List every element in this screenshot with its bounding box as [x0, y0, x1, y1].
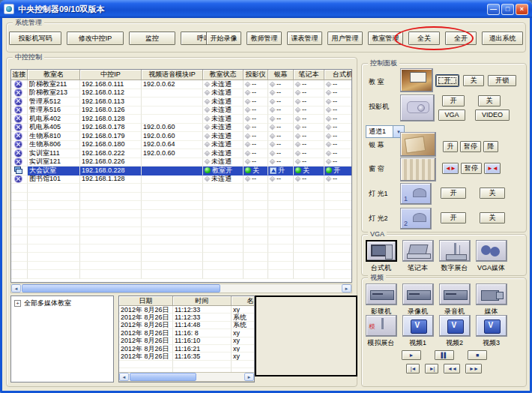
log-row[interactable]: 2012年 8月26日11:16:21xy [119, 345, 255, 352]
video-source-icon[interactable] [402, 284, 434, 305]
classroom-off-button[interactable]: 关 [463, 75, 484, 86]
toolbar-button[interactable]: 全开 [445, 32, 477, 45]
vga-source-icon[interactable] [402, 240, 434, 262]
log-column-header[interactable]: 时间 [173, 296, 232, 306]
scroll-right-icon[interactable]: ► [244, 373, 254, 381]
projector-photo[interactable] [400, 94, 435, 122]
toolbar-button[interactable]: 全关 [408, 32, 440, 45]
toolbar-button[interactable]: 课表管理 [287, 32, 322, 45]
classroom-photo[interactable] [400, 68, 433, 92]
curtain-open-icon[interactable]: ◄► [442, 163, 459, 174]
table-hscrollbar[interactable]: ◄ ► [10, 284, 352, 293]
light1-off-button[interactable]: 关 [480, 188, 505, 199]
video-source-icon[interactable] [439, 315, 471, 337]
column-header[interactable]: 台式机 [324, 70, 352, 80]
table-row[interactable]: 生物系810192.168.0.179192.0.0.60未连通-------- [11, 132, 352, 141]
tree-item-all-classrooms[interactable]: + 全部多媒体教室 [14, 298, 110, 308]
column-header[interactable]: 银幕 [268, 70, 294, 80]
scroll-left-icon[interactable]: ◄ [119, 373, 129, 381]
light2-on-button[interactable]: 开 [441, 212, 466, 224]
classroom-unlock-button[interactable]: 开锁 [488, 75, 516, 86]
classroom-on-button[interactable]: 开 [436, 75, 459, 86]
table-row[interactable]: 管理系516192.168.0.126未连通-------- [11, 106, 352, 116]
log-row[interactable]: 2012年 8月26日11:12:33xy [119, 306, 255, 314]
column-header[interactable]: 教室名 [28, 70, 80, 80]
tree-expander-icon[interactable]: + [14, 300, 21, 307]
toolbar-button[interactable]: 投影机写码 [9, 32, 61, 45]
forward-button[interactable]: ►► [465, 364, 482, 374]
rewind-button[interactable]: ◄◄ [444, 364, 460, 374]
scroll-track[interactable] [129, 373, 244, 381]
video-source-icon[interactable] [402, 315, 434, 337]
video-source-icon[interactable] [476, 315, 507, 337]
log-column-header[interactable]: 日期 [119, 296, 173, 306]
column-header[interactable]: 笔记本 [294, 70, 324, 80]
column-header[interactable]: 教室状态 [203, 70, 244, 80]
maximize-button[interactable]: □ [501, 4, 514, 15]
table-row[interactable]: 阶梯教室213192.168.0.112未连通-------- [11, 89, 352, 98]
table-row[interactable]: 生物系806192.168.0.180192.0.0.64未连通-------- [11, 141, 352, 150]
scroll-left-icon[interactable]: ◄ [11, 284, 21, 292]
titlebar[interactable]: 中央控制器09/10双版本 — □ × [0, 0, 532, 18]
table-row[interactable]: 管理系512192.168.0.113未连通-------- [11, 98, 352, 106]
toolbar-button[interactable]: 教师管理 [247, 32, 282, 45]
scroll-thumb[interactable] [22, 284, 220, 292]
classroom-tree[interactable]: + 全部多媒体教室 [10, 296, 114, 382]
table-row[interactable]: 实训室121192.168.0.226未连通-------- [11, 158, 352, 167]
classroom-table[interactable]: 连接教室名中控IP视频语音模块IP教室状态投影仪银幕笔记本台式机阶梯教室2111… [10, 69, 352, 283]
video-source-icon[interactable] [366, 315, 397, 337]
projector-video-button[interactable]: VIDEO [475, 110, 510, 121]
toolbar-button[interactable]: 退出系统 [482, 32, 523, 45]
video-source-icon[interactable] [439, 284, 471, 305]
table-row[interactable]: 机电系405192.168.0.178192.0.0.60未连通-------- [11, 124, 352, 133]
log-row[interactable]: 2012年 8月26日11:16:10xy [119, 338, 255, 345]
table-row[interactable]: 图书馆101192.168.1.128未连通-------- [11, 176, 352, 184]
scroll-right-icon[interactable]: ► [342, 284, 351, 292]
screen-pause-button[interactable]: 暂停 [460, 141, 481, 152]
log-column-header[interactable]: 名称 [232, 296, 255, 306]
column-header[interactable]: 投影仪 [244, 70, 268, 80]
minimize-button[interactable]: — [487, 4, 500, 15]
log-row[interactable]: 2012年 8月26日11:16: 8xy [119, 329, 255, 337]
projector-off-button[interactable]: 关 [478, 95, 501, 106]
column-header[interactable]: 视频语音模块IP [142, 70, 203, 80]
toolbar-button[interactable]: 监控 [129, 32, 175, 45]
log-row[interactable]: 2012年 8月26日11:12:33系统 [119, 314, 255, 321]
screen-photo[interactable] [400, 132, 436, 157]
light1-on-button[interactable]: 开 [441, 188, 466, 199]
curtain-pause-button[interactable]: 暂停 [461, 163, 482, 174]
pause-button[interactable]: ▌▌ [435, 350, 454, 360]
stop-button[interactable]: ■ [468, 350, 487, 360]
log-row[interactable]: 2012年 8月26日11:14:48系统 [119, 322, 255, 329]
toolbar-button[interactable]: 教室管理 [368, 32, 403, 45]
play-button[interactable]: ► [402, 350, 421, 360]
column-header[interactable]: 连接 [11, 70, 28, 80]
vga-source-icon[interactable] [366, 240, 397, 262]
curtain-close-icon[interactable]: ►◄ [484, 163, 501, 174]
log-row[interactable]: 2012年 8月26日11:16:35xy [119, 352, 255, 360]
vga-source-icon[interactable] [476, 240, 507, 262]
toolbar-button[interactable]: 修改中控IP [67, 32, 124, 45]
light1-photo[interactable]: 1 [400, 183, 432, 205]
screen-up-button[interactable]: 升 [443, 141, 458, 152]
projector-vga-button[interactable]: VGA [438, 110, 465, 121]
screen-down-button[interactable]: 降 [483, 141, 498, 152]
next-button[interactable]: ►| [425, 364, 438, 374]
vga-source-icon[interactable] [439, 240, 471, 262]
close-button[interactable]: × [516, 4, 528, 15]
scroll-thumb[interactable] [130, 373, 196, 381]
video-source-icon[interactable] [366, 284, 397, 305]
table-row[interactable]: 机电系402192.168.0.128未连通-------- [11, 115, 352, 124]
column-header[interactable]: 中控IP [80, 70, 142, 80]
light2-photo[interactable]: 2 [400, 208, 432, 230]
toolbar-button[interactable]: 用户管理 [327, 32, 363, 45]
table-row[interactable]: 大会议室192.168.0.228教室开关升关开 [11, 166, 352, 176]
light2-off-button[interactable]: 关 [480, 212, 505, 224]
projector-on-button[interactable]: 开 [442, 95, 465, 106]
channel-select[interactable]: 通道1 ▼ [366, 125, 405, 138]
video-source-icon[interactable] [476, 284, 507, 305]
curtain-photo[interactable] [400, 158, 436, 182]
prev-button[interactable]: |◄ [406, 364, 420, 374]
table-row[interactable]: 实训室111192.168.0.222192.0.0.60未连通-------- [11, 149, 352, 158]
scroll-track[interactable] [21, 284, 342, 292]
